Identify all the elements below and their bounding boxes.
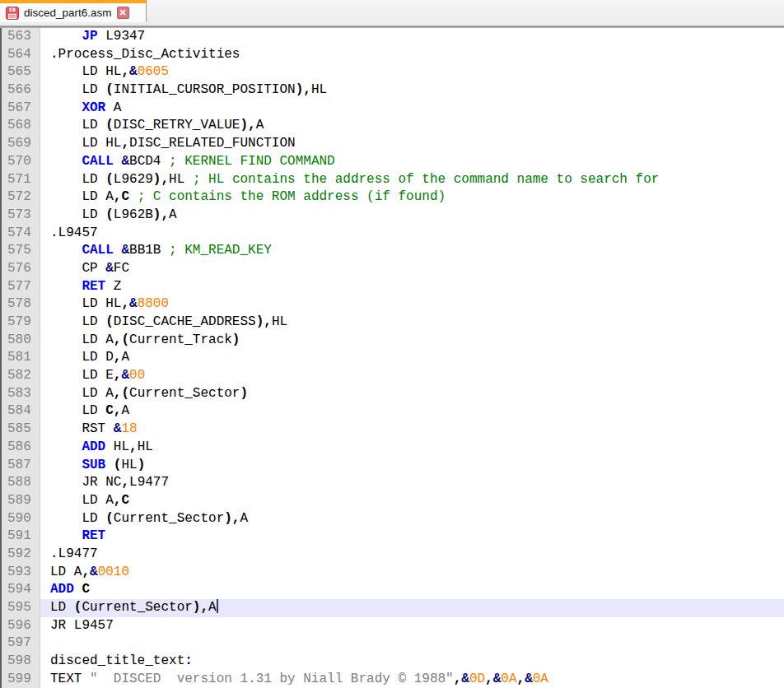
code-line[interactable]: 595LD (Current_Sector),A bbox=[2, 599, 784, 617]
code-text: RET Z bbox=[40, 278, 784, 296]
code-lines: 563 JP L9347564.Process_Disc_Activities5… bbox=[2, 28, 784, 688]
tab-title: disced_part6.asm bbox=[24, 7, 112, 19]
code-text: LD A,&0010 bbox=[40, 564, 784, 582]
code-line[interactable]: 569 LD HL,DISC_RELATED_FUNCTION bbox=[2, 135, 784, 153]
line-number: 585 bbox=[2, 421, 40, 439]
code-text: LD A,C bbox=[40, 492, 784, 510]
line-number: 566 bbox=[2, 81, 40, 100]
code-line[interactable]: 566 LD (INITIAL_CURSOR_POSITION),HL bbox=[2, 81, 784, 100]
code-line[interactable]: 565 LD HL,&0605 bbox=[2, 63, 784, 81]
code-line[interactable]: 594ADD C bbox=[2, 581, 784, 599]
code-line[interactable]: 563 JP L9347 bbox=[2, 28, 784, 46]
code-text: JR NC,L9477 bbox=[40, 474, 784, 492]
line-number: 592 bbox=[2, 546, 40, 564]
code-line[interactable]: 599TEXT " DISCED version 1.31 by Niall B… bbox=[2, 671, 784, 688]
code-line[interactable]: 570 CALL &BCD4 ; KERNEL FIND COMMAND bbox=[2, 153, 784, 171]
code-line[interactable]: 582 LD E,&00 bbox=[2, 367, 784, 385]
line-number: 581 bbox=[2, 349, 40, 367]
code-text: .L9477 bbox=[40, 546, 784, 564]
code-line[interactable]: 581 LD D,A bbox=[2, 349, 784, 367]
line-number: 575 bbox=[2, 242, 40, 260]
code-text: LD A,(Current_Track) bbox=[40, 332, 784, 350]
code-line[interactable]: 564.Process_Disc_Activities bbox=[2, 46, 784, 64]
line-number: 571 bbox=[2, 171, 40, 189]
code-line[interactable]: 596JR L9457 bbox=[2, 617, 784, 635]
code-text: TEXT " DISCED version 1.31 by Niall Brad… bbox=[40, 671, 784, 688]
code-line[interactable]: 580 LD A,(Current_Track) bbox=[2, 332, 784, 350]
code-line[interactable]: 572 LD A,C ; C contains the ROM address … bbox=[2, 188, 784, 207]
code-text: LD (L962B),A bbox=[40, 207, 784, 225]
line-number: 580 bbox=[2, 332, 40, 350]
code-text: LD HL,&0605 bbox=[40, 63, 784, 81]
code-line[interactable]: 592.L9477 bbox=[2, 546, 784, 564]
close-icon[interactable]: ✕ bbox=[117, 7, 129, 19]
line-number: 593 bbox=[2, 564, 40, 582]
tab-bar: disced_part6.asm ✕ bbox=[0, 0, 784, 26]
code-text: disced_title_text: bbox=[40, 653, 784, 671]
code-line[interactable]: 584 LD C,A bbox=[2, 402, 784, 421]
line-number: 573 bbox=[2, 207, 40, 225]
line-number: 565 bbox=[2, 63, 40, 81]
line-number: 563 bbox=[2, 28, 40, 46]
code-line[interactable]: 573 LD (L962B),A bbox=[2, 207, 784, 225]
code-line[interactable]: 586 ADD HL,HL bbox=[2, 439, 784, 457]
code-text: CP &FC bbox=[40, 260, 784, 278]
code-text: .Process_Disc_Activities bbox=[40, 46, 784, 64]
code-line[interactable]: 574.L9457 bbox=[2, 225, 784, 243]
code-line[interactable]: 588 JR NC,L9477 bbox=[2, 474, 784, 492]
code-line[interactable]: 575 CALL &BB1B ; KM_READ_KEY bbox=[2, 242, 784, 260]
code-line[interactable]: 583 LD A,(Current_Sector) bbox=[2, 385, 784, 403]
code-text bbox=[40, 635, 784, 653]
code-line[interactable]: 577 RET Z bbox=[2, 278, 784, 296]
code-text: LD HL,&8800 bbox=[40, 295, 784, 314]
line-number: 576 bbox=[2, 260, 40, 278]
code-line[interactable]: 578 LD HL,&8800 bbox=[2, 295, 784, 314]
editor[interactable]: 563 JP L9347564.Process_Disc_Activities5… bbox=[0, 28, 784, 688]
code-line[interactable]: 571 LD (L9629),HL ; HL contains the addr… bbox=[2, 171, 784, 189]
code-line[interactable]: 597 bbox=[2, 635, 784, 653]
code-line[interactable]: 589 LD A,C bbox=[2, 492, 784, 510]
code-text: ADD C bbox=[40, 581, 784, 599]
code-text: CALL &BCD4 ; KERNEL FIND COMMAND bbox=[40, 153, 784, 171]
code-line[interactable]: 598disced_title_text: bbox=[2, 653, 784, 671]
line-number: 597 bbox=[2, 635, 40, 653]
code-line[interactable]: 568 LD (DISC_RETRY_VALUE),A bbox=[2, 117, 784, 135]
line-number: 582 bbox=[2, 367, 40, 385]
line-number: 591 bbox=[2, 528, 40, 546]
line-number: 589 bbox=[2, 492, 40, 510]
line-number: 564 bbox=[2, 46, 40, 64]
code-line[interactable]: 585 RST &18 bbox=[2, 421, 784, 439]
line-number: 587 bbox=[2, 457, 40, 475]
code-text: RET bbox=[40, 528, 784, 546]
code-line[interactable]: 593LD A,&0010 bbox=[2, 564, 784, 582]
code-line[interactable]: 579 LD (DISC_CACHE_ADDRESS),HL bbox=[2, 314, 784, 332]
line-number: 578 bbox=[2, 295, 40, 314]
code-text: LD (Current_Sector),A bbox=[40, 510, 784, 528]
line-number: 586 bbox=[2, 439, 40, 457]
code-line[interactable]: 576 CP &FC bbox=[2, 260, 784, 278]
code-text: LD (L9629),HL ; HL contains the address … bbox=[40, 171, 784, 189]
tab-disced-part6[interactable]: disced_part6.asm ✕ bbox=[0, 0, 147, 22]
line-number: 579 bbox=[2, 314, 40, 332]
code-text: LD (INITIAL_CURSOR_POSITION),HL bbox=[40, 81, 784, 100]
code-text: LD A,(Current_Sector) bbox=[40, 385, 784, 403]
code-line[interactable]: 587 SUB (HL) bbox=[2, 457, 784, 475]
line-number: 583 bbox=[2, 385, 40, 403]
code-text: ADD HL,HL bbox=[40, 439, 784, 457]
code-text: RST &18 bbox=[40, 421, 784, 439]
code-text: JP L9347 bbox=[40, 28, 784, 46]
line-number: 594 bbox=[2, 581, 40, 599]
code-text: LD (Current_Sector),A bbox=[40, 599, 784, 617]
code-text: .L9457 bbox=[40, 225, 784, 243]
code-text: XOR A bbox=[40, 100, 784, 118]
code-text: SUB (HL) bbox=[40, 457, 784, 475]
line-number: 570 bbox=[2, 153, 40, 171]
line-number: 588 bbox=[2, 474, 40, 492]
code-text: LD HL,DISC_RELATED_FUNCTION bbox=[40, 135, 784, 153]
line-number: 599 bbox=[2, 671, 40, 688]
code-line[interactable]: 591 RET bbox=[2, 528, 784, 546]
code-line[interactable]: 567 XOR A bbox=[2, 100, 784, 118]
line-number: 590 bbox=[2, 510, 40, 528]
code-line[interactable]: 590 LD (Current_Sector),A bbox=[2, 510, 784, 528]
code-text: LD (DISC_RETRY_VALUE),A bbox=[40, 117, 784, 135]
